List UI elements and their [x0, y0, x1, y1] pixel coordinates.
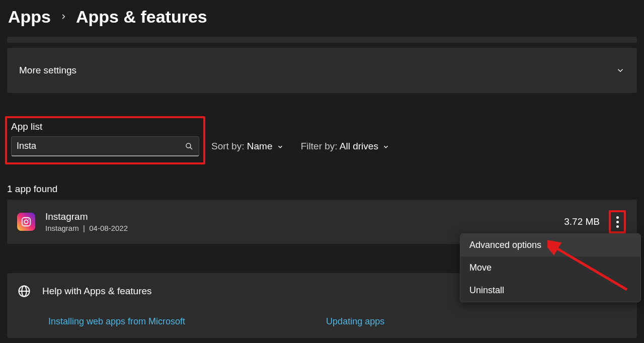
- collapsed-card-sliver: [7, 37, 637, 43]
- search-icon: [185, 142, 194, 151]
- app-name: Instagram: [45, 211, 128, 222]
- help-link-installing[interactable]: Installing web apps from Microsoft: [48, 316, 185, 327]
- instagram-app-icon: [17, 213, 35, 231]
- more-options-button-highlight: [609, 210, 626, 233]
- svg-point-4: [28, 219, 29, 220]
- app-list-section-highlight: App list: [5, 116, 205, 164]
- menu-uninstall[interactable]: Uninstall: [460, 279, 640, 302]
- app-text-block: Instagram Instagram | 04-08-2022: [45, 211, 128, 232]
- vertical-dots-icon: [616, 216, 619, 219]
- svg-point-0: [186, 143, 191, 148]
- svg-point-3: [24, 220, 28, 223]
- chevron-right-icon: [60, 11, 67, 23]
- svg-line-1: [190, 147, 192, 149]
- app-meta: Instagram | 04-08-2022: [45, 224, 128, 232]
- search-input[interactable]: [17, 141, 185, 151]
- menu-move[interactable]: Move: [460, 256, 640, 279]
- breadcrumb: Apps Apps & features: [0, 0, 644, 37]
- chevron-down-icon: [277, 143, 284, 150]
- chevron-down-icon: [616, 66, 625, 75]
- app-context-menu: Advanced options Move Uninstall: [460, 233, 641, 302]
- sort-filter-row: Sort by: Name Filter by: All drives: [211, 141, 389, 152]
- search-input-wrap[interactable]: [11, 136, 199, 156]
- more-settings-label: More settings: [19, 65, 76, 76]
- sort-by-control[interactable]: Sort by: Name: [211, 141, 284, 152]
- svg-rect-2: [22, 218, 31, 226]
- help-title: Help with Apps & features: [42, 286, 152, 297]
- more-options-button[interactable]: [616, 216, 619, 228]
- globe-icon: [17, 284, 31, 298]
- menu-advanced-options[interactable]: Advanced options: [460, 234, 640, 256]
- app-list-heading: App list: [11, 121, 199, 132]
- help-link-updating[interactable]: Updating apps: [326, 316, 384, 327]
- result-count: 1 app found: [7, 184, 644, 195]
- app-size: 3.72 MB: [564, 216, 600, 227]
- chevron-down-icon: [382, 143, 389, 150]
- more-settings-card[interactable]: More settings: [7, 48, 637, 93]
- breadcrumb-root[interactable]: Apps: [8, 7, 51, 27]
- page-title: Apps & features: [76, 7, 207, 27]
- filter-by-control[interactable]: Filter by: All drives: [301, 141, 389, 152]
